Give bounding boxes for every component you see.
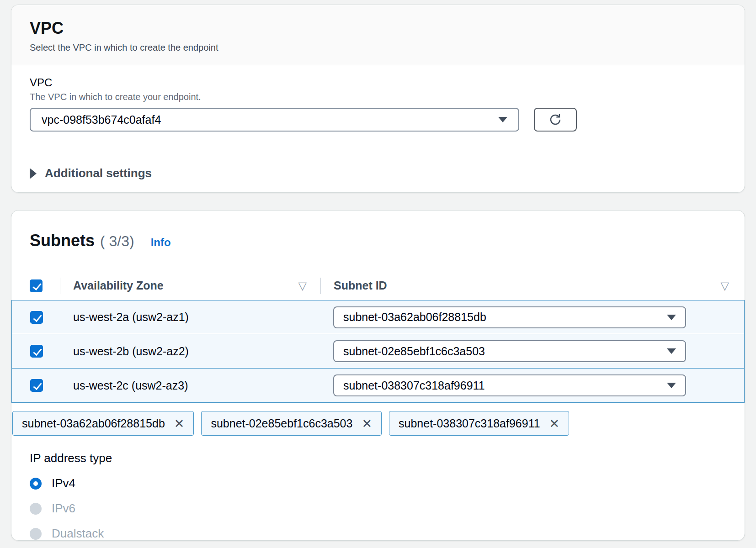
column-header-label: Subnet ID xyxy=(334,279,387,292)
subnet-select-value: subnet-038307c318af96911 xyxy=(343,379,485,392)
ip-address-type-label: IP address type xyxy=(30,451,745,465)
subnet-select-value: subnet-02e85ebf1c6c3a503 xyxy=(343,345,485,358)
subnet-token: subnet-038307c318af96911 ✕ xyxy=(389,411,569,436)
subnets-section-header: Subnets ( 3/3) Info xyxy=(11,211,745,271)
selected-subnet-tokens: subnet-03a62ab06f28815db ✕ subnet-02e85e… xyxy=(12,411,745,436)
token-label: subnet-038307c318af96911 xyxy=(399,417,540,430)
vpc-section: VPC Select the VPC in which to create th… xyxy=(11,5,745,193)
vpc-select-value: vpc-098f53b674c0afaf4 xyxy=(42,113,161,126)
row-check-cell xyxy=(12,379,60,392)
refresh-icon xyxy=(548,112,563,127)
chevron-down-icon xyxy=(498,117,507,122)
row-subnet-cell: subnet-03a62ab06f28815db xyxy=(320,306,744,328)
radio-label: IPv6 xyxy=(52,501,75,516)
subnets-section: Subnets ( 3/3) Info Availability Zone ▽ … xyxy=(11,210,745,541)
table-row[interactable]: us-west-2a (usw2-az1) subnet-03a62ab06f2… xyxy=(11,300,745,334)
dismiss-icon[interactable]: ✕ xyxy=(362,417,372,430)
column-header-availability-zone[interactable]: Availability Zone ▽ xyxy=(60,279,320,292)
subnet-token: subnet-03a62ab06f28815db ✕ xyxy=(12,411,194,436)
token-label: subnet-03a62ab06f28815db xyxy=(22,417,165,430)
column-header-label: Availability Zone xyxy=(73,279,164,292)
radio-icon xyxy=(30,528,42,540)
sort-icon[interactable]: ▽ xyxy=(721,280,729,291)
availability-zone-value: us-west-2a (usw2-az1) xyxy=(73,311,189,324)
row-az-cell: us-west-2c (usw2-az3) xyxy=(60,379,320,392)
vpc-controls-row: vpc-098f53b674c0afaf4 xyxy=(30,108,726,132)
dismiss-icon[interactable]: ✕ xyxy=(174,417,185,430)
subnet-token: subnet-02e85ebf1c6c3a503 ✕ xyxy=(201,411,382,436)
row-az-cell: us-west-2b (usw2-az2) xyxy=(60,345,320,358)
radio-option-ipv4[interactable]: IPv4 xyxy=(30,476,75,490)
table-header-row: Availability Zone ▽ Subnet ID ▽ xyxy=(11,271,745,300)
info-link[interactable]: Info xyxy=(151,236,171,249)
radio-option-ipv6[interactable]: IPv6 xyxy=(30,501,75,516)
table-row[interactable]: us-west-2b (usw2-az2) subnet-02e85ebf1c6… xyxy=(11,334,745,369)
table-body: us-west-2a (usw2-az1) subnet-03a62ab06f2… xyxy=(11,300,745,403)
row-subnet-cell: subnet-038307c318af96911 xyxy=(320,374,744,396)
caret-right-icon xyxy=(30,168,37,179)
radio-option-dualstack[interactable]: Dualstack xyxy=(30,527,104,541)
vpc-field-label: VPC xyxy=(30,76,726,89)
row-subnet-cell: subnet-02e85ebf1c6c3a503 xyxy=(320,340,744,362)
subnet-select-value: subnet-03a62ab06f28815db xyxy=(343,311,486,324)
radio-icon xyxy=(30,478,42,490)
select-all-checkbox[interactable] xyxy=(30,279,43,292)
availability-zone-value: us-west-2b (usw2-az2) xyxy=(73,345,189,358)
table-row[interactable]: us-west-2c (usw2-az3) subnet-038307c318a… xyxy=(11,369,745,403)
additional-settings-expander[interactable]: Additional settings xyxy=(11,155,745,191)
radio-label: Dualstack xyxy=(52,527,104,541)
radio-label: IPv4 xyxy=(52,476,75,490)
select-all-cell xyxy=(11,279,60,292)
dismiss-icon[interactable]: ✕ xyxy=(549,417,560,430)
subnets-title: Subnets xyxy=(30,211,95,271)
row-az-cell: us-west-2a (usw2-az1) xyxy=(60,311,320,324)
vpc-section-subtitle: Select the VPC in which to create the en… xyxy=(30,42,726,53)
chevron-down-icon xyxy=(667,348,676,354)
additional-settings-label: Additional settings xyxy=(45,166,152,180)
vpc-section-title: VPC xyxy=(30,19,726,38)
chevron-down-icon xyxy=(667,315,676,320)
column-header-subnet-id[interactable]: Subnet ID ▽ xyxy=(321,279,745,292)
row-checkbox[interactable] xyxy=(30,311,43,324)
sort-icon[interactable]: ▽ xyxy=(298,280,307,291)
row-checkbox[interactable] xyxy=(30,345,43,358)
refresh-button[interactable] xyxy=(534,108,577,132)
subnet-select[interactable]: subnet-03a62ab06f28815db xyxy=(333,306,686,328)
row-check-cell xyxy=(12,345,60,358)
availability-zone-value: us-west-2c (usw2-az3) xyxy=(73,379,188,392)
token-label: subnet-02e85ebf1c6c3a503 xyxy=(211,417,352,430)
vpc-section-header: VPC Select the VPC in which to create th… xyxy=(11,5,745,65)
vpc-field-description: The VPC in which to create your endpoint… xyxy=(30,92,726,102)
vpc-section-body: VPC The VPC in which to create your endp… xyxy=(11,65,745,132)
ip-address-type-group: IP address type IPv4 IPv6 Dualstack xyxy=(30,451,745,541)
subnet-select[interactable]: subnet-02e85ebf1c6c3a503 xyxy=(333,340,686,362)
radio-icon xyxy=(30,503,42,515)
row-check-cell xyxy=(12,311,60,324)
page: VPC Select the VPC in which to create th… xyxy=(0,0,756,548)
vpc-select[interactable]: vpc-098f53b674c0afaf4 xyxy=(30,108,519,132)
chevron-down-icon xyxy=(667,383,676,388)
subnets-count: ( 3/3) xyxy=(100,233,134,250)
subnet-select[interactable]: subnet-038307c318af96911 xyxy=(333,374,686,396)
row-checkbox[interactable] xyxy=(30,379,43,392)
